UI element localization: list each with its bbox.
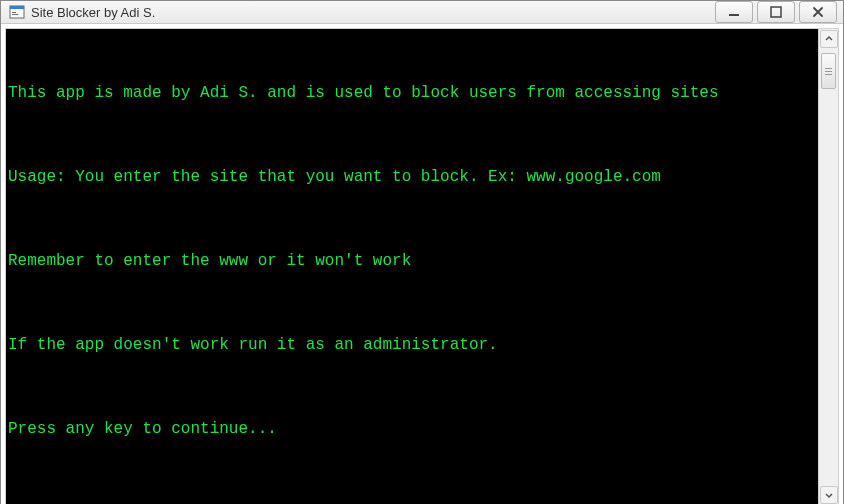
console-container: This app is made by Adi S. and is used t…: [5, 28, 839, 504]
svg-rect-3: [12, 14, 18, 15]
chevron-down-icon: [824, 490, 834, 500]
svg-rect-5: [771, 7, 781, 17]
titlebar[interactable]: Site Blocker by Adi S.: [1, 1, 843, 24]
scroll-thumb[interactable]: [821, 53, 836, 89]
svg-rect-4: [729, 14, 739, 16]
window-controls: [715, 1, 837, 23]
console-line: Remember to enter the www or it won't wo…: [8, 249, 818, 273]
client-area: This app is made by Adi S. and is used t…: [1, 24, 843, 504]
maximize-button[interactable]: [757, 1, 795, 23]
console-line: Press any key to continue...: [8, 417, 818, 441]
console-line: Usage: You enter the site that you want …: [8, 165, 818, 189]
svg-rect-2: [12, 12, 16, 13]
scroll-up-button[interactable]: [820, 30, 838, 48]
minimize-button[interactable]: [715, 1, 753, 23]
vertical-scrollbar[interactable]: [818, 29, 838, 504]
console-line: This app is made by Adi S. and is used t…: [8, 81, 818, 105]
console-line: If the app doesn't work run it as an adm…: [8, 333, 818, 357]
console-output[interactable]: This app is made by Adi S. and is used t…: [6, 29, 818, 504]
minimize-icon: [728, 6, 740, 18]
chevron-up-icon: [824, 34, 834, 44]
scroll-down-button[interactable]: [820, 486, 838, 504]
close-icon: [812, 6, 824, 18]
scroll-track[interactable]: [819, 49, 838, 485]
close-button[interactable]: [799, 1, 837, 23]
app-icon: [9, 4, 25, 20]
svg-rect-1: [10, 6, 24, 9]
maximize-icon: [770, 6, 782, 18]
app-window: Site Blocker by Adi S. This app is: [0, 0, 844, 504]
window-title: Site Blocker by Adi S.: [31, 5, 709, 20]
